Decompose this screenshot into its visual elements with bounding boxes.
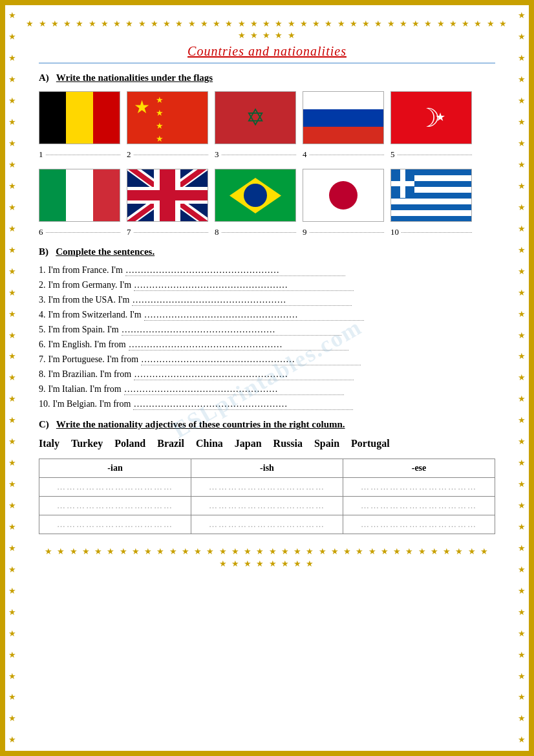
flag-uk bbox=[127, 169, 208, 222]
flag-greece bbox=[390, 169, 472, 222]
answer-dots: …………………………………………… bbox=[132, 295, 352, 306]
table-header-ese: -ese bbox=[343, 459, 495, 478]
sentence-text: I'm from Spain. I'm bbox=[48, 325, 119, 335]
section-c: C) Write the nationality adjectives of t… bbox=[39, 419, 495, 534]
sentence-text: I'm from the USA. I'm bbox=[48, 295, 130, 305]
flag-number-6: 6 bbox=[39, 227, 120, 237]
sentence-text: I'm Portuguese. I'm from bbox=[48, 354, 139, 365]
list-item: 8. I'm Brazilian. I'm from …………………………………… bbox=[39, 369, 495, 380]
sentence-text: I'm English. I'm from bbox=[48, 340, 126, 350]
answer-dots: …………………………………………… bbox=[144, 310, 364, 321]
country-japan: Japan bbox=[235, 438, 262, 449]
table-header-ian: -ian bbox=[39, 459, 191, 478]
table-header-ish: -ish bbox=[191, 459, 343, 478]
table-cell-ese-3: ……………………………… bbox=[343, 515, 495, 534]
flag-item-6 bbox=[39, 169, 120, 223]
flag-item-4 bbox=[303, 91, 384, 146]
list-item: 7. I'm Portuguese. I'm from ………………………………… bbox=[39, 354, 495, 365]
table-cell-ish-1: ……………………………… bbox=[191, 478, 343, 497]
flag-number-5: 5 bbox=[390, 149, 472, 160]
list-item: 9. I'm Italian. I'm from ………………………………………… bbox=[39, 384, 495, 395]
list-item: 10. I'm Belgian. I'm from ……………………………………… bbox=[39, 399, 495, 410]
answer-dots: …………………………………………… bbox=[133, 399, 353, 410]
section-c-prefix: C) bbox=[39, 419, 49, 429]
sentence-num: 10. bbox=[39, 399, 50, 409]
flags-row-2 bbox=[39, 169, 495, 223]
section-a: A) Write the nationalities under the fla… bbox=[39, 72, 495, 237]
flag-item-9 bbox=[303, 169, 384, 223]
table-cell-ese-2: ……………………………… bbox=[343, 497, 495, 515]
sentence-num: 9. bbox=[39, 384, 46, 394]
flag-italy bbox=[39, 169, 120, 222]
flag-japan bbox=[303, 169, 384, 222]
flag-china: ★ ★★★★ bbox=[127, 91, 208, 144]
country-portugal: Portugal bbox=[351, 438, 390, 449]
sentence-text: I'm Brazilian. I'm from bbox=[48, 369, 132, 380]
table-row: ……………………………… ……………………………… ……………………………… bbox=[39, 478, 495, 497]
country-china: China bbox=[196, 438, 223, 449]
flag-number-9: 9 bbox=[303, 227, 384, 237]
title-divider bbox=[39, 63, 495, 63]
list-item: 3. I'm from the USA. I'm ………………………………………… bbox=[39, 295, 495, 306]
flag-number-4: 4 bbox=[303, 149, 384, 160]
sentence-text: I'm from Switzerland. I'm bbox=[48, 310, 142, 320]
country-poland: Poland bbox=[114, 438, 145, 449]
sentence-list: 1. I'm from France. I'm …………………………………………… bbox=[39, 265, 495, 410]
section-a-prefix: A) bbox=[39, 72, 49, 83]
flag-number-2: 2 bbox=[127, 149, 208, 160]
table-cell-ian-3: ……………………………… bbox=[39, 515, 191, 534]
sentence-num: 2. bbox=[39, 280, 46, 290]
sentence-num: 7. bbox=[39, 354, 46, 365]
sentence-text: I'm Belgian. I'm from bbox=[53, 399, 131, 409]
flag-item-3: ✡ bbox=[215, 91, 296, 146]
list-item: 5. I'm from Spain. I'm …………………………………………… bbox=[39, 325, 495, 336]
sentence-text: I'm from Germany. I'm bbox=[48, 280, 132, 290]
page-wrapper: ★ ★ ★ ★ ★ ★ ★ ★ ★ ★ ★ ★ ★ ★ ★ ★ ★ ★ ★ ★ … bbox=[0, 0, 534, 756]
answer-dots: …………………………………………… bbox=[134, 369, 354, 380]
flag-morocco: ✡ bbox=[215, 91, 296, 144]
list-item: 2. I'm from Germany. I'm ………………………………………… bbox=[39, 280, 495, 291]
country-italy: Italy bbox=[39, 438, 59, 449]
flag-item-5: ☽ ★ bbox=[390, 91, 472, 146]
answer-dots: …………………………………………… bbox=[125, 265, 345, 276]
answer-dots: …………………………………………… bbox=[134, 280, 354, 291]
star-border-left: ★★★★★★ ★★★★★★ ★★★★★★ ★★★★★★ ★★★★★★ ★★★★★ bbox=[5, 5, 19, 751]
table-header-row: -ian -ish -ese bbox=[39, 459, 495, 478]
flag-number-1: 1 bbox=[39, 149, 120, 160]
sentence-text: I'm from France. I'm bbox=[48, 265, 123, 275]
nationality-table: -ian -ish -ese ……………………………… ………………………………… bbox=[39, 459, 495, 534]
table-cell-ish-2: ……………………………… bbox=[191, 497, 343, 515]
list-item: 6. I'm English. I'm from ………………………………………… bbox=[39, 340, 495, 351]
section-c-heading-text: Write the nationality adjectives of thes… bbox=[56, 419, 345, 429]
flag-number-7: 7 bbox=[127, 227, 208, 237]
flag-number-8: 8 bbox=[215, 227, 296, 237]
flag-number-row-1: 1 2 3 4 5 bbox=[39, 149, 495, 160]
flag-item-2: ★ ★★★★ bbox=[127, 91, 208, 146]
table-cell-ish-3: ……………………………… bbox=[191, 515, 343, 534]
table-cell-ian-1: ……………………………… bbox=[39, 478, 191, 497]
section-b-heading-text: Complete the sentences. bbox=[56, 246, 155, 257]
flag-turkey: ☽ ★ bbox=[390, 91, 472, 144]
table-cell-ese-1: ……………………………… bbox=[343, 478, 495, 497]
sentence-num: 5. bbox=[39, 325, 46, 335]
sentence-text: I'm Italian. I'm from bbox=[48, 384, 122, 394]
sentence-num: 3. bbox=[39, 295, 46, 305]
flag-item-10 bbox=[390, 169, 472, 223]
section-b-heading: B) Complete the sentences. bbox=[39, 246, 495, 257]
countries-list: Italy Turkey Poland Brazil China Japan R… bbox=[39, 438, 495, 449]
country-russia: Russia bbox=[273, 438, 303, 449]
flag-number-10: 10 bbox=[390, 227, 472, 237]
country-spain: Spain bbox=[314, 438, 339, 449]
list-item: 1. I'm from France. I'm …………………………………………… bbox=[39, 265, 495, 276]
country-turkey: Turkey bbox=[71, 438, 103, 449]
section-a-heading-text: Write the nationalities under the flags bbox=[56, 72, 213, 83]
table-cell-ian-2: ……………………………… bbox=[39, 497, 191, 515]
list-item: 4. I'm from Switzerland. I'm ……………………………… bbox=[39, 310, 495, 321]
flag-number-3: 3 bbox=[215, 149, 296, 160]
page-title: Countries and nationalities bbox=[39, 44, 495, 59]
star-border-right: ★★★★★★ ★★★★★★ ★★★★★★ ★★★★★★ ★★★★★★ ★★★★★ bbox=[515, 5, 529, 751]
flag-belgium bbox=[39, 91, 120, 144]
sentence-num: 8. bbox=[39, 369, 46, 380]
flag-item-1 bbox=[39, 91, 120, 146]
sentence-num: 1. bbox=[39, 265, 46, 275]
